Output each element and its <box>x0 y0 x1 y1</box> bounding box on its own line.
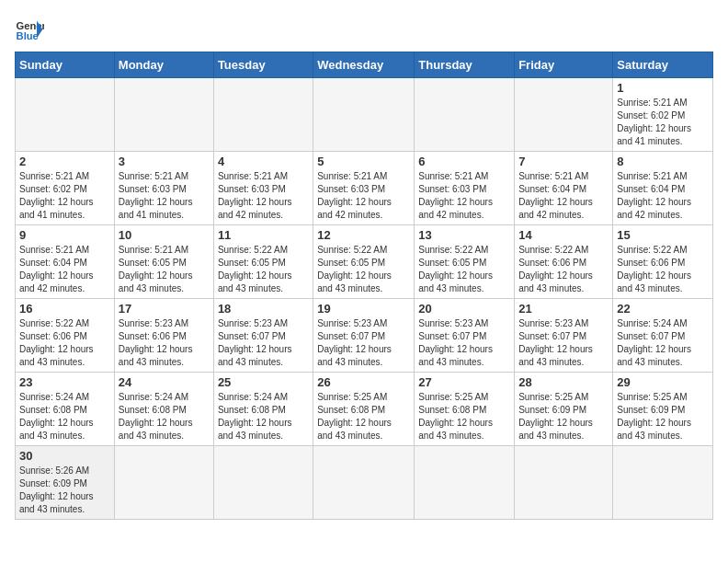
calendar-day-cell: 22Sunrise: 5:24 AM Sunset: 6:07 PM Dayli… <box>613 299 713 373</box>
day-number: 22 <box>617 302 709 316</box>
calendar-day-cell <box>515 78 613 152</box>
calendar-week-row: 1Sunrise: 5:21 AM Sunset: 6:02 PM Daylig… <box>16 78 713 152</box>
day-number: 18 <box>218 302 309 316</box>
calendar-day-cell <box>213 446 313 520</box>
calendar-week-row: 23Sunrise: 5:24 AM Sunset: 6:08 PM Dayli… <box>16 373 713 446</box>
calendar-day-cell <box>313 78 415 152</box>
calendar-day-cell: 19Sunrise: 5:23 AM Sunset: 6:07 PM Dayli… <box>313 299 415 373</box>
day-info: Sunrise: 5:22 AM Sunset: 6:06 PM Dayligh… <box>19 317 110 369</box>
day-number: 13 <box>418 228 510 242</box>
logo-icon: General Blue <box>15 15 44 44</box>
day-info: Sunrise: 5:25 AM Sunset: 6:08 PM Dayligh… <box>418 391 510 442</box>
calendar-week-row: 30Sunrise: 5:26 AM Sunset: 6:09 PM Dayli… <box>16 446 713 520</box>
day-info: Sunrise: 5:21 AM Sunset: 6:03 PM Dayligh… <box>317 170 410 222</box>
calendar-day-cell: 25Sunrise: 5:24 AM Sunset: 6:08 PM Dayli… <box>213 373 313 446</box>
calendar-day-cell: 15Sunrise: 5:22 AM Sunset: 6:06 PM Dayli… <box>613 225 713 299</box>
day-number: 4 <box>218 155 309 168</box>
calendar-day-cell: 2Sunrise: 5:21 AM Sunset: 6:02 PM Daylig… <box>16 152 115 225</box>
calendar-day-cell: 30Sunrise: 5:26 AM Sunset: 6:09 PM Dayli… <box>16 446 115 520</box>
calendar-day-cell: 1Sunrise: 5:21 AM Sunset: 6:02 PM Daylig… <box>613 78 713 152</box>
calendar-day-cell: 23Sunrise: 5:24 AM Sunset: 6:08 PM Dayli… <box>16 373 115 446</box>
day-info: Sunrise: 5:21 AM Sunset: 6:04 PM Dayligh… <box>617 170 709 222</box>
calendar-table: SundayMondayTuesdayWednesdayThursdayFrid… <box>15 52 713 520</box>
day-info: Sunrise: 5:22 AM Sunset: 6:05 PM Dayligh… <box>418 244 510 295</box>
day-header-friday: Friday <box>515 52 613 78</box>
day-info: Sunrise: 5:24 AM Sunset: 6:08 PM Dayligh… <box>19 391 110 442</box>
day-info: Sunrise: 5:21 AM Sunset: 6:02 PM Dayligh… <box>617 97 709 148</box>
day-header-wednesday: Wednesday <box>313 52 415 78</box>
day-number: 12 <box>317 228 410 242</box>
day-number: 14 <box>518 228 609 242</box>
day-info: Sunrise: 5:21 AM Sunset: 6:03 PM Dayligh… <box>218 170 309 222</box>
calendar-day-cell: 12Sunrise: 5:22 AM Sunset: 6:05 PM Dayli… <box>313 225 415 299</box>
day-info: Sunrise: 5:23 AM Sunset: 6:06 PM Dayligh… <box>119 317 210 369</box>
calendar-day-cell: 7Sunrise: 5:21 AM Sunset: 6:04 PM Daylig… <box>515 152 613 225</box>
day-number: 27 <box>418 375 510 389</box>
calendar-day-cell: 26Sunrise: 5:25 AM Sunset: 6:08 PM Dayli… <box>313 373 415 446</box>
calendar-day-cell: 11Sunrise: 5:22 AM Sunset: 6:05 PM Dayli… <box>213 225 313 299</box>
day-number: 11 <box>218 228 309 242</box>
day-number: 1 <box>617 81 709 95</box>
day-info: Sunrise: 5:23 AM Sunset: 6:07 PM Dayligh… <box>218 317 309 369</box>
day-info: Sunrise: 5:21 AM Sunset: 6:03 PM Dayligh… <box>418 170 510 222</box>
day-info: Sunrise: 5:22 AM Sunset: 6:05 PM Dayligh… <box>317 244 410 295</box>
day-number: 15 <box>617 228 709 242</box>
day-number: 7 <box>518 155 609 168</box>
day-number: 23 <box>19 375 110 389</box>
day-number: 6 <box>418 155 510 168</box>
calendar-day-cell: 24Sunrise: 5:24 AM Sunset: 6:08 PM Dayli… <box>114 373 213 446</box>
day-info: Sunrise: 5:23 AM Sunset: 6:07 PM Dayligh… <box>317 317 410 369</box>
day-info: Sunrise: 5:21 AM Sunset: 6:03 PM Dayligh… <box>119 170 210 222</box>
calendar-day-cell <box>515 446 613 520</box>
day-info: Sunrise: 5:26 AM Sunset: 6:09 PM Dayligh… <box>19 465 110 516</box>
day-header-tuesday: Tuesday <box>213 52 313 78</box>
calendar-day-cell: 14Sunrise: 5:22 AM Sunset: 6:06 PM Dayli… <box>515 225 613 299</box>
calendar-day-cell <box>313 446 415 520</box>
calendar-day-cell: 29Sunrise: 5:25 AM Sunset: 6:09 PM Dayli… <box>613 373 713 446</box>
day-info: Sunrise: 5:24 AM Sunset: 6:08 PM Dayligh… <box>218 391 309 442</box>
page-header: General Blue <box>15 15 713 44</box>
calendar-day-cell <box>415 446 515 520</box>
calendar-day-cell: 21Sunrise: 5:23 AM Sunset: 6:07 PM Dayli… <box>515 299 613 373</box>
day-number: 29 <box>617 375 709 389</box>
calendar-day-cell: 13Sunrise: 5:22 AM Sunset: 6:05 PM Dayli… <box>415 225 515 299</box>
day-number: 16 <box>19 302 110 316</box>
day-number: 3 <box>119 155 210 168</box>
day-number: 30 <box>19 449 110 463</box>
calendar-day-cell: 27Sunrise: 5:25 AM Sunset: 6:08 PM Dayli… <box>415 373 515 446</box>
day-info: Sunrise: 5:24 AM Sunset: 6:07 PM Dayligh… <box>617 317 709 369</box>
day-info: Sunrise: 5:25 AM Sunset: 6:09 PM Dayligh… <box>617 391 709 442</box>
calendar-day-cell: 17Sunrise: 5:23 AM Sunset: 6:06 PM Dayli… <box>114 299 213 373</box>
calendar-day-cell: 4Sunrise: 5:21 AM Sunset: 6:03 PM Daylig… <box>213 152 313 225</box>
day-info: Sunrise: 5:23 AM Sunset: 6:07 PM Dayligh… <box>418 317 510 369</box>
day-header-sunday: Sunday <box>16 52 115 78</box>
day-info: Sunrise: 5:25 AM Sunset: 6:08 PM Dayligh… <box>317 391 410 442</box>
calendar-week-row: 9Sunrise: 5:21 AM Sunset: 6:04 PM Daylig… <box>16 225 713 299</box>
day-number: 28 <box>518 375 609 389</box>
day-info: Sunrise: 5:22 AM Sunset: 6:06 PM Dayligh… <box>617 244 709 295</box>
day-number: 5 <box>317 155 410 168</box>
day-info: Sunrise: 5:23 AM Sunset: 6:07 PM Dayligh… <box>518 317 609 369</box>
day-number: 17 <box>119 302 210 316</box>
calendar-day-cell: 28Sunrise: 5:25 AM Sunset: 6:09 PM Dayli… <box>515 373 613 446</box>
day-info: Sunrise: 5:21 AM Sunset: 6:04 PM Dayligh… <box>518 170 609 222</box>
calendar-day-cell <box>114 78 213 152</box>
calendar-week-row: 16Sunrise: 5:22 AM Sunset: 6:06 PM Dayli… <box>16 299 713 373</box>
day-number: 19 <box>317 302 410 316</box>
day-info: Sunrise: 5:22 AM Sunset: 6:05 PM Dayligh… <box>218 244 309 295</box>
day-number: 24 <box>119 375 210 389</box>
day-number: 2 <box>19 155 110 168</box>
day-info: Sunrise: 5:25 AM Sunset: 6:09 PM Dayligh… <box>518 391 609 442</box>
day-number: 21 <box>518 302 609 316</box>
day-number: 8 <box>617 155 709 168</box>
calendar-day-cell <box>114 446 213 520</box>
calendar-day-cell: 10Sunrise: 5:21 AM Sunset: 6:05 PM Dayli… <box>114 225 213 299</box>
calendar-day-cell <box>613 446 713 520</box>
day-header-thursday: Thursday <box>415 52 515 78</box>
day-number: 25 <box>218 375 309 389</box>
day-number: 26 <box>317 375 410 389</box>
calendar-day-cell <box>213 78 313 152</box>
calendar-day-cell: 20Sunrise: 5:23 AM Sunset: 6:07 PM Dayli… <box>415 299 515 373</box>
calendar-day-cell: 8Sunrise: 5:21 AM Sunset: 6:04 PM Daylig… <box>613 152 713 225</box>
calendar-day-cell: 5Sunrise: 5:21 AM Sunset: 6:03 PM Daylig… <box>313 152 415 225</box>
